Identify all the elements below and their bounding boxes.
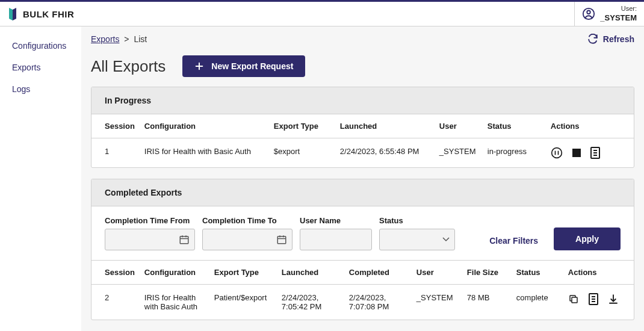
col-launched: Launched: [277, 261, 344, 285]
svg-rect-16: [277, 237, 286, 244]
svg-point-1: [587, 11, 591, 14]
new-export-button[interactable]: New Export Request: [182, 55, 305, 77]
svg-rect-7: [572, 149, 581, 157]
table-header-row: Session Configuration Export Type Launch…: [91, 114, 634, 138]
col-status: Status: [512, 261, 563, 285]
col-status: Status: [483, 114, 546, 138]
table-row: 2 IRIS for Health with Basic Auth Patien…: [91, 285, 634, 320]
logo-icon: [7, 7, 18, 21]
top-bar: BULK FHIR User: _SYSTEM: [0, 0, 644, 26]
breadcrumb-sep: >: [124, 34, 131, 44]
clear-filters-link[interactable]: Clear Filters: [489, 236, 538, 250]
breadcrumb: Exports > List: [91, 34, 147, 44]
col-actions: Actions: [546, 114, 634, 138]
filter-to-label: Completion Time To: [202, 216, 293, 225]
page-title: All Exports: [91, 57, 166, 76]
calendar-icon: [179, 234, 190, 245]
breadcrumb-root[interactable]: Exports: [91, 34, 119, 44]
filter-from-input[interactable]: [105, 229, 195, 250]
in-progress-panel: In Progress Session Configuration Export…: [91, 87, 634, 168]
sidebar-item-configurations[interactable]: Configurations: [0, 35, 81, 57]
details-icon[interactable]: [589, 293, 598, 305]
calendar-icon: [276, 234, 287, 245]
col-session: Session: [91, 114, 140, 138]
filter-status: Status: [379, 216, 455, 250]
col-completed: Completed: [344, 261, 412, 285]
completed-panel: Completed Exports Completion Time From C…: [91, 179, 634, 320]
details-icon[interactable]: [590, 147, 600, 159]
plus-icon: [194, 61, 204, 71]
cell-file-size: 78 MB: [462, 285, 512, 320]
table-header-row: Session Configuration Export Type Launch…: [91, 261, 634, 285]
filter-user-input[interactable]: [300, 229, 372, 250]
app-title: BULK FHIR: [23, 9, 74, 19]
sidebar-item-exports[interactable]: Exports: [0, 57, 81, 78]
refresh-label: Refresh: [603, 34, 634, 44]
user-name: _SYSTEM: [600, 13, 637, 23]
cell-session: 2: [91, 285, 140, 320]
filter-status-label: Status: [379, 216, 455, 225]
cell-status: complete: [512, 285, 563, 320]
download-icon[interactable]: [608, 294, 619, 305]
refresh-icon: [587, 34, 598, 45]
chevron-down-icon: [442, 237, 450, 242]
new-export-label: New Export Request: [211, 61, 293, 71]
breadcrumb-current: List: [134, 34, 147, 44]
cell-actions: [563, 285, 634, 320]
col-user: User: [412, 261, 462, 285]
stop-icon[interactable]: [572, 149, 581, 157]
col-export-type: Export Type: [269, 114, 335, 138]
col-actions: Actions: [563, 261, 634, 285]
cell-user: _SYSTEM: [435, 138, 483, 168]
in-progress-title: In Progress: [91, 87, 634, 114]
col-file-size: File Size: [462, 261, 512, 285]
completed-table: Session Configuration Export Type Launch…: [91, 261, 634, 320]
cell-user: _SYSTEM: [412, 285, 462, 320]
filter-user: User Name: [300, 216, 372, 250]
col-export-type: Export Type: [209, 261, 277, 285]
refresh-button[interactable]: Refresh: [587, 34, 634, 45]
filter-from-label: Completion Time From: [105, 216, 195, 225]
user-icon: [582, 7, 595, 20]
user-info: User: _SYSTEM: [600, 4, 637, 23]
sidebar-item-logs[interactable]: Logs: [0, 78, 81, 100]
svg-point-4: [552, 148, 562, 158]
col-config: Configuration: [140, 114, 269, 138]
cell-config: IRIS for Health with Basic Auth: [140, 285, 209, 320]
filter-to: Completion Time To: [202, 216, 293, 250]
cell-export-type: $export: [269, 138, 335, 168]
col-session: Session: [91, 261, 140, 285]
cell-session: 1: [91, 138, 140, 168]
svg-rect-20: [572, 297, 577, 303]
cell-actions: [546, 138, 634, 168]
table-row: 1 IRIS for Health with Basic Auth $expor…: [91, 138, 634, 168]
breadcrumb-bar: Exports > List Refresh: [91, 34, 634, 45]
content: Exports > List Refresh All Exports New E…: [81, 26, 644, 331]
completed-title: Completed Exports: [91, 179, 634, 206]
user-label: User:: [621, 4, 637, 13]
cell-launched: 2/24/2023, 6:55:48 PM: [335, 138, 435, 168]
col-user: User: [435, 114, 483, 138]
filter-to-input[interactable]: [202, 229, 293, 250]
cell-status: in-progress: [483, 138, 546, 168]
pause-icon[interactable]: [551, 147, 563, 159]
cell-config: IRIS for Health with Basic Auth: [140, 138, 269, 168]
in-progress-table: Session Configuration Export Type Launch…: [91, 114, 634, 167]
sidebar: Configurations Exports Logs: [0, 26, 81, 331]
main-wrap: Configurations Exports Logs Exports > Li…: [0, 26, 644, 331]
filter-status-select[interactable]: [379, 229, 455, 250]
col-launched: Launched: [335, 114, 435, 138]
cell-export-type: Patient/$export: [209, 285, 277, 320]
apply-button[interactable]: Apply: [554, 227, 621, 250]
copy-icon[interactable]: [568, 294, 579, 305]
cell-completed: 2/24/2023, 7:07:08 PM: [344, 285, 412, 320]
top-bar-left: BULK FHIR: [7, 7, 74, 21]
filter-bar: Completion Time From Completion Time To: [91, 206, 634, 261]
title-row: All Exports New Export Request: [91, 55, 634, 77]
user-area[interactable]: User: _SYSTEM: [574, 2, 637, 26]
svg-rect-12: [180, 237, 188, 244]
cell-launched: 2/24/2023, 7:05:42 PM: [277, 285, 344, 320]
col-config: Configuration: [140, 261, 209, 285]
filter-user-label: User Name: [300, 216, 372, 225]
filter-from: Completion Time From: [105, 216, 195, 250]
